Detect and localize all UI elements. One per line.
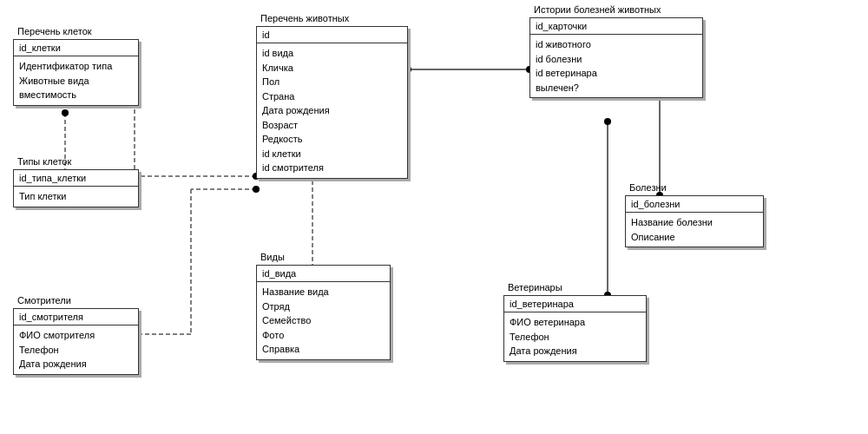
entity-perechen-zhivotnyh-title: Перечень животных — [257, 11, 352, 25]
svg-point-13 — [253, 186, 260, 193]
entity-smotritely: Смотрители id_смотрителя ФИО смотрителя … — [13, 308, 139, 375]
entity-tipy-kletok-pk: id_типа_клетки — [14, 170, 138, 187]
entity-perechen-kletok: Перечень клеток id_клетки Идентификатор … — [13, 39, 139, 106]
entity-tipy-kletok-fields: Тип клетки — [14, 187, 138, 207]
entity-veterinary-title: Ветеринары — [504, 280, 566, 294]
entity-perechen-zhivotnyh-fields: id вида Кличка Пол Страна Дата рождения … — [257, 43, 407, 178]
entity-perechen-zhivotnyh-pk: id — [257, 27, 407, 43]
entity-tipy-kletok-title: Типы клеток — [14, 155, 75, 168]
entity-istorii-bolezney-title: Истории болезней животных — [530, 3, 664, 16]
entity-vidy-pk: id_вида — [257, 266, 390, 282]
entity-istorii-bolezney-pk: id_карточки — [530, 18, 702, 35]
entity-tipy-kletok: Типы клеток id_типа_клетки Тип клетки — [13, 169, 139, 207]
entity-veterinary: Ветеринары id_ветеринара ФИО ветеринара … — [503, 295, 647, 362]
entity-bolezni: Болезни id_болезни Название болезни Опис… — [625, 195, 764, 247]
entity-istorii-bolezney-fields: id животного id болезни id ветеринара вы… — [530, 35, 702, 97]
entity-bolezni-title: Болезни — [626, 181, 670, 194]
entity-istorii-bolezney: Истории болезней животных id_карточки id… — [529, 17, 703, 98]
entity-perechen-kletok-pk: id_клетки — [14, 40, 138, 56]
entity-smotritely-fields: ФИО смотрителя Телефон Дата рождения — [14, 326, 138, 374]
entity-smotritely-pk: id_смотрителя — [14, 309, 138, 326]
entity-vidy: Виды id_вида Название вида Отряд Семейст… — [256, 265, 391, 360]
entity-perechen-zhivotnyh: Перечень животных id id вида Кличка Пол … — [256, 26, 408, 179]
entity-bolezni-fields: Название болезни Описание — [626, 213, 763, 247]
entity-veterinary-fields: ФИО ветеринара Телефон Дата рождения — [504, 312, 646, 361]
entity-smotritely-title: Смотрители — [14, 293, 75, 307]
svg-point-18 — [604, 118, 611, 125]
entity-perechen-kletok-title: Перечень клеток — [14, 24, 95, 38]
diagram-container: Перечень клеток id_клетки Идентификатор … — [0, 0, 868, 434]
entity-bolezni-pk: id_болезни — [626, 196, 763, 213]
entity-perechen-kletok-fields: Идентификатор типа Животные вида вместим… — [14, 56, 138, 105]
entity-vidy-title: Виды — [257, 250, 288, 264]
entity-vidy-fields: Название вида Отряд Семейство Фото Справ… — [257, 282, 390, 359]
entity-veterinary-pk: id_ветеринара — [504, 296, 646, 312]
svg-point-11 — [62, 109, 69, 116]
